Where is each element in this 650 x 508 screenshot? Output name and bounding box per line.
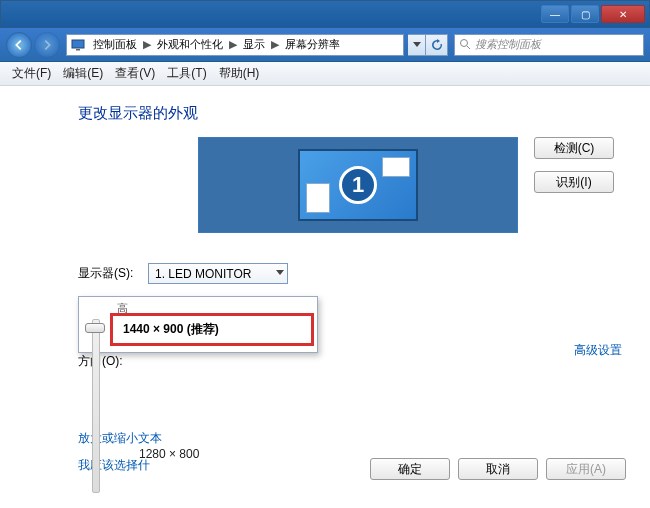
menu-file[interactable]: 文件(F) (6, 62, 57, 85)
breadcrumb-item[interactable]: 外观和个性化 (153, 37, 227, 52)
orientation-label: 方向(O): (78, 353, 138, 370)
close-button[interactable]: ✕ (601, 5, 645, 23)
chevron-down-icon (413, 42, 421, 47)
breadcrumb-sep: ▶ (141, 38, 153, 51)
menu-view[interactable]: 查看(V) (109, 62, 161, 85)
search-input[interactable]: 搜索控制面板 (454, 34, 644, 56)
menu-help[interactable]: 帮助(H) (213, 62, 266, 85)
minimize-button[interactable]: — (541, 5, 569, 23)
resolution-dropdown[interactable]: 高 1440 × 900 (推荐) 1280 × 800 (78, 296, 318, 353)
display-label: 显示器(S): (78, 265, 138, 282)
menu-tools[interactable]: 工具(T) (161, 62, 212, 85)
breadcrumb-item[interactable]: 控制面板 (89, 37, 141, 52)
svg-rect-0 (72, 40, 84, 48)
identify-button[interactable]: 识别(I) (534, 171, 614, 193)
search-placeholder: 搜索控制面板 (475, 37, 541, 52)
maximize-button[interactable]: ▢ (571, 5, 599, 23)
breadcrumb-item[interactable]: 屏幕分辨率 (281, 37, 344, 52)
forward-button[interactable] (34, 32, 60, 58)
advanced-settings-link[interactable]: 高级设置 (574, 342, 622, 359)
enlarge-text-link[interactable]: 放大或缩小文本 (78, 430, 650, 447)
display-combo-value: 1. LED MONITOR (155, 267, 251, 281)
window-titlebar: — ▢ ✕ (0, 0, 650, 28)
breadcrumb-item[interactable]: 显示 (239, 37, 269, 52)
cancel-button[interactable]: 取消 (458, 458, 538, 480)
menu-bar: 文件(F) 编辑(E) 查看(V) 工具(T) 帮助(H) (0, 62, 650, 86)
highlight-box: 1440 × 900 (推荐) (110, 313, 314, 346)
chevron-down-icon (276, 270, 284, 275)
back-button[interactable] (6, 32, 32, 58)
monitor-thumbnail[interactable]: 1 (298, 149, 418, 221)
apply-button[interactable]: 应用(A) (546, 458, 626, 480)
dialog-footer: 确定 取消 应用(A) (370, 458, 626, 480)
display-icon (67, 39, 89, 51)
detect-button[interactable]: 检测(C) (534, 137, 614, 159)
ok-button[interactable]: 确定 (370, 458, 450, 480)
svg-rect-1 (76, 49, 80, 51)
svg-point-2 (461, 39, 468, 46)
nav-toolbar: 控制面板▶ 外观和个性化▶ 显示▶ 屏幕分辨率 搜索控制面板 (0, 28, 650, 62)
svg-line-3 (467, 46, 470, 49)
monitor-preview[interactable]: 1 (198, 137, 518, 233)
refresh-button[interactable] (426, 34, 448, 56)
search-icon (459, 38, 471, 52)
monitor-number-badge: 1 (339, 166, 377, 204)
resolution-option[interactable]: 1280 × 800 (139, 447, 199, 461)
display-combo[interactable]: 1. LED MONITOR (148, 263, 288, 284)
address-bar[interactable]: 控制面板▶ 外观和个性化▶ 显示▶ 屏幕分辨率 (66, 34, 404, 56)
resolution-option-recommended[interactable]: 1440 × 900 (推荐) (119, 319, 305, 340)
page-title: 更改显示器的外观 (78, 104, 650, 123)
resolution-slider-track[interactable] (92, 319, 100, 493)
address-dropdown-button[interactable] (408, 34, 426, 56)
breadcrumb-sep: ▶ (227, 38, 239, 51)
resolution-slider-thumb[interactable] (85, 323, 105, 333)
window-decoration (382, 157, 410, 177)
window-decoration (306, 183, 330, 213)
menu-edit[interactable]: 编辑(E) (57, 62, 109, 85)
breadcrumb-sep: ▶ (269, 38, 281, 51)
